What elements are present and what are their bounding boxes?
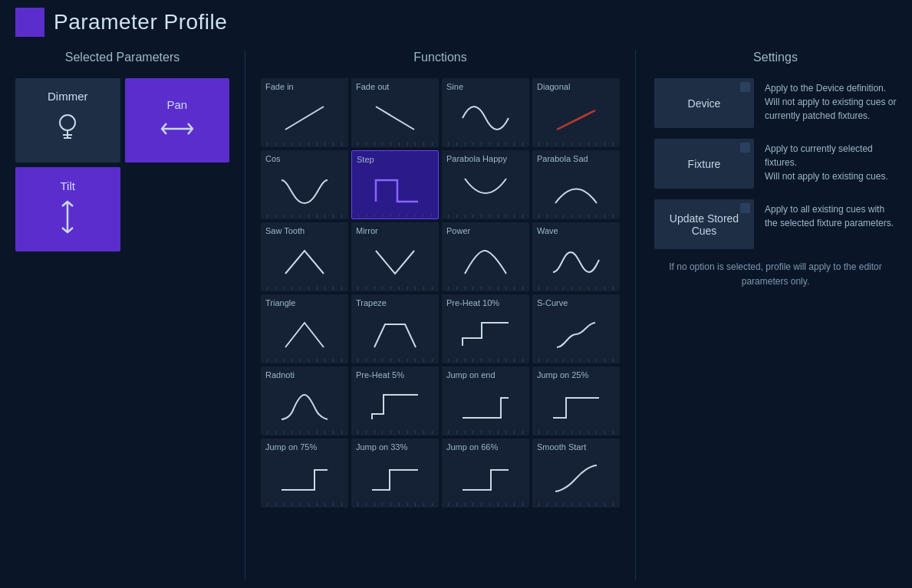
tick-row <box>446 287 525 291</box>
func-s-curve-label: S-Curve <box>537 298 568 307</box>
update-stored-cues-button[interactable]: Update Stored Cues <box>654 199 754 249</box>
func-power[interactable]: Power <box>442 222 529 291</box>
func-jump-on-end[interactable]: Jump on end <box>442 366 529 435</box>
func-saw-tooth[interactable]: Saw Tooth <box>261 222 348 291</box>
param-dimmer[interactable]: Dimmer <box>15 78 120 163</box>
tick-row <box>265 431 344 435</box>
func-s-curve[interactable]: S-Curve <box>532 294 620 363</box>
device-button[interactable]: Device <box>654 78 754 128</box>
settings-update-cues-card: Update Stored Cues Apply to all existing… <box>654 199 897 249</box>
func-wave-label: Wave <box>537 226 558 235</box>
title-icon <box>15 8 44 37</box>
func-smooth-start[interactable]: Smooth Start <box>532 439 620 508</box>
func-s-curve-svg <box>537 309 615 359</box>
func-jump-on-25[interactable]: Jump on 25% <box>532 366 620 435</box>
update-stored-cues-desc: Apply to all existing cues with the sele… <box>765 199 897 230</box>
func-mirror[interactable]: Mirror <box>351 222 439 291</box>
params-grid: Dimmer Pan <box>15 78 229 251</box>
func-triangle-label: Triangle <box>265 298 295 307</box>
tick-row <box>446 359 525 363</box>
tick-row <box>446 503 525 508</box>
func-cos-svg <box>265 165 344 215</box>
fixture-label: Fixture <box>688 158 721 170</box>
app-container: Parameter Profile Selected Parameters Di… <box>0 0 912 588</box>
tick-row <box>356 431 434 435</box>
func-jump-on-75-label: Jump on 75% <box>265 442 317 452</box>
tick-row <box>537 503 615 508</box>
device-label: Device <box>688 97 721 110</box>
middle-panel: Functions Fade in Fade out <box>245 51 636 580</box>
tick-row <box>356 359 434 363</box>
func-mirror-svg <box>356 237 434 287</box>
left-section-title: Selected Parameters <box>15 51 229 64</box>
func-pre-heat-10[interactable]: Pre-Heat 10% <box>442 294 529 363</box>
middle-section-title: Functions <box>261 51 620 64</box>
func-parabola-sad-label: Parabola Sad <box>537 154 588 163</box>
func-parabola-sad[interactable]: Parabola Sad <box>532 150 620 219</box>
update-stored-cues-checkbox[interactable] <box>740 203 750 213</box>
tick-row <box>265 287 344 291</box>
tick-row <box>537 359 615 363</box>
tick-row <box>446 143 525 147</box>
param-tilt[interactable]: Tilt <box>15 167 120 251</box>
title-bar: Parameter Profile <box>15 8 897 37</box>
svg-point-0 <box>60 115 75 130</box>
func-smooth-start-svg <box>537 453 615 503</box>
func-pre-heat-5[interactable]: Pre-Heat 5% <box>351 366 439 435</box>
func-parabola-sad-svg <box>537 165 615 215</box>
func-fade-in-label: Fade in <box>265 82 294 91</box>
main-content: Selected Parameters Dimmer <box>15 51 897 580</box>
func-step[interactable]: Step <box>351 150 439 219</box>
tick-row <box>356 503 434 508</box>
func-jump-on-75[interactable]: Jump on 75% <box>261 439 348 508</box>
func-sine[interactable]: Sine <box>442 78 529 147</box>
func-parabola-happy-svg <box>446 165 525 215</box>
fixture-button[interactable]: Fixture <box>654 139 754 189</box>
func-fade-in[interactable]: Fade in <box>261 78 348 147</box>
func-jump-on-66[interactable]: Jump on 66% <box>442 439 529 508</box>
tick-row <box>446 215 525 219</box>
func-triangle[interactable]: Triangle <box>261 294 348 363</box>
func-radnoti[interactable]: Radnoti <box>261 366 348 435</box>
func-radnoti-svg <box>265 381 344 431</box>
fixture-desc: Apply to currently selected fixtures.Wil… <box>765 139 897 183</box>
func-wave[interactable]: Wave <box>532 222 620 291</box>
fixture-checkbox[interactable] <box>740 143 750 153</box>
right-panel: Settings Device Apply to the Device defi… <box>636 51 897 580</box>
tick-row <box>537 215 615 219</box>
tick-row <box>265 215 344 219</box>
update-stored-cues-label: Update Stored Cues <box>660 212 748 237</box>
func-jump-on-33[interactable]: Jump on 33% <box>351 439 439 508</box>
func-fade-in-svg <box>265 93 344 143</box>
func-trapeze[interactable]: Trapeze <box>351 294 439 363</box>
func-radnoti-label: Radnoti <box>265 370 295 379</box>
func-power-label: Power <box>446 226 470 235</box>
func-triangle-svg <box>265 309 344 359</box>
func-step-svg <box>357 166 433 214</box>
func-wave-svg <box>537 237 615 287</box>
param-pan[interactable]: Pan <box>125 78 230 163</box>
tick-row <box>446 431 525 435</box>
func-pre-heat-10-svg <box>446 309 525 359</box>
func-jump-on-75-svg <box>265 453 344 503</box>
tick-row <box>265 359 344 363</box>
settings-device-card: Device Apply to the Device definition.Wi… <box>654 78 897 128</box>
func-step-label: Step <box>357 155 374 164</box>
tick-row <box>357 214 433 218</box>
func-jump-on-end-svg <box>446 381 525 431</box>
settings-note: If no option is selected, profile will a… <box>654 260 897 289</box>
func-jump-on-end-label: Jump on end <box>446 370 496 379</box>
device-desc: Apply to the Device definition.Will not … <box>765 78 897 123</box>
func-diagonal-label: Diagonal <box>537 82 570 91</box>
func-cos[interactable]: Cos <box>261 150 348 219</box>
func-jump-on-33-svg <box>356 453 434 503</box>
device-checkbox[interactable] <box>740 82 750 92</box>
func-smooth-start-label: Smooth Start <box>537 442 586 452</box>
dimmer-icon <box>54 110 81 151</box>
func-diagonal[interactable]: Diagonal <box>532 78 620 147</box>
func-fade-out[interactable]: Fade out <box>351 78 439 147</box>
func-parabola-happy[interactable]: Parabola Happy <box>442 150 529 219</box>
tick-row <box>537 431 615 435</box>
func-cos-label: Cos <box>265 154 281 163</box>
func-fade-out-svg <box>356 93 434 143</box>
